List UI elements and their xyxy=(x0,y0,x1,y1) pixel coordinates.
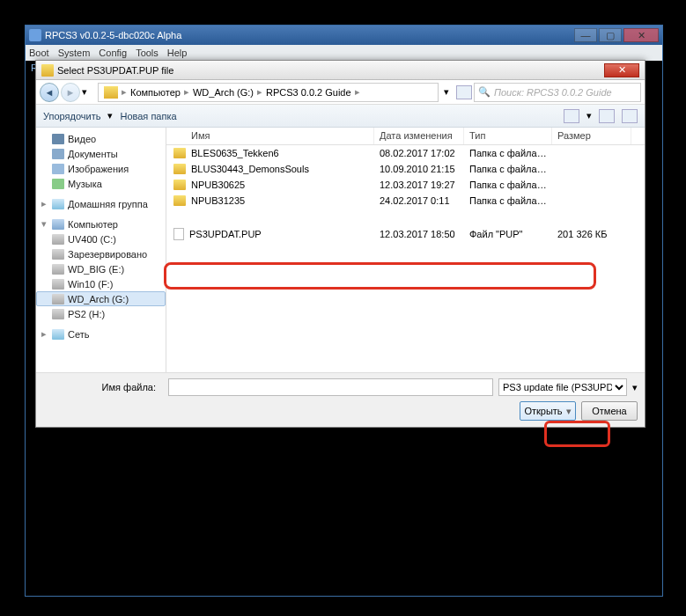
tree-item-drive[interactable]: Win10 (F:) xyxy=(36,276,166,291)
menu-tools[interactable]: Tools xyxy=(136,48,159,58)
help-button[interactable] xyxy=(622,109,638,123)
tree-item-computer[interactable]: ▾Компьютер xyxy=(36,216,166,231)
folder-icon xyxy=(173,195,186,206)
chevron-right-icon[interactable]: ▸ xyxy=(355,86,360,98)
menu-boot[interactable]: Boot xyxy=(29,48,49,58)
column-date[interactable]: Дата изменения xyxy=(374,128,464,144)
chevron-right-icon[interactable]: ▸ xyxy=(41,328,48,340)
tree-label: Видео xyxy=(68,134,96,144)
open-label: Открыть xyxy=(524,406,562,416)
tree-label: Зарезервировано xyxy=(68,249,147,260)
nav-history-dropdown[interactable]: ▾ xyxy=(82,86,92,98)
tree-item-documents[interactable]: Документы xyxy=(36,146,166,161)
file-type: Файл "PUP" xyxy=(464,229,552,239)
file-type: Папка с файлами xyxy=(464,195,552,206)
search-placeholder: Поиск: RPCS3 0.0.2 Guide xyxy=(494,87,612,98)
tree-item-drive-selected[interactable]: WD_Arch (G:) xyxy=(36,291,166,306)
breadcrumb-segment[interactable]: WD_Arch (G:) xyxy=(189,87,257,98)
menu-system[interactable]: System xyxy=(58,48,91,58)
chevron-down-icon[interactable]: ▾ xyxy=(586,110,592,121)
file-open-dialog: Select PS3UPDAT.PUP file ✕ ◄ ► ▾ ▸ Компь… xyxy=(35,60,645,428)
close-button[interactable]: ✕ xyxy=(623,28,659,42)
folder-icon xyxy=(104,86,118,99)
computer-icon xyxy=(52,219,64,230)
nav-forward-button[interactable]: ► xyxy=(61,83,80,102)
file-row[interactable]: BLES0635_Tekken608.02.2017 17:02Папка с … xyxy=(166,145,645,161)
chevron-down-icon[interactable]: ▾ xyxy=(632,382,638,393)
column-size[interactable]: Размер xyxy=(552,128,631,144)
search-icon: 🔍 xyxy=(478,86,491,98)
file-row[interactable]: PS3UPDAT.PUP12.03.2017 18:50Файл "PUP"20… xyxy=(166,226,645,242)
nav-back-button[interactable]: ◄ xyxy=(40,83,59,102)
file-row[interactable]: NPUB3062512.03.2017 19:27Папка с файлами xyxy=(166,177,645,193)
chevron-down-icon[interactable]: ▾ xyxy=(566,406,572,417)
maximize-button[interactable]: ▢ xyxy=(599,28,622,42)
tree-item-drive[interactable]: UV400 (C:) xyxy=(36,231,166,246)
file-date: 12.03.2017 19:27 xyxy=(374,180,464,190)
new-folder-button[interactable]: Новая папка xyxy=(120,111,176,121)
cancel-button[interactable]: Отмена xyxy=(581,401,638,421)
organize-menu[interactable]: Упорядочить xyxy=(43,111,100,121)
app-icon xyxy=(29,29,41,41)
file-list-header[interactable]: Имя Дата изменения Тип Размер xyxy=(166,128,645,145)
nav-tree[interactable]: Видео Документы Изображения Музыка ▸Дома… xyxy=(36,128,166,372)
nav-row: ◄ ► ▾ ▸ Компьютер ▸ WD_Arch (G:) ▸ RPCS3… xyxy=(36,80,645,105)
column-name[interactable]: Имя xyxy=(166,128,374,144)
dialog-content: Видео Документы Изображения Музыка ▸Дома… xyxy=(36,128,645,372)
tree-item-videos[interactable]: Видео xyxy=(36,131,166,146)
chevron-down-icon[interactable]: ▾ xyxy=(41,218,48,230)
toolbar: Упорядочить ▾ Новая папка ▾ xyxy=(36,105,645,128)
tree-item-drive[interactable]: Зарезервировано xyxy=(36,246,166,261)
tree-item-images[interactable]: Изображения xyxy=(36,161,166,176)
menu-config[interactable]: Config xyxy=(99,48,127,58)
tree-label: WD_Arch (G:) xyxy=(68,294,129,304)
network-icon xyxy=(52,329,64,340)
file-name: NPUB30625 xyxy=(191,180,245,190)
chevron-right-icon[interactable]: ▸ xyxy=(41,198,48,209)
file-date: 24.02.2017 0:11 xyxy=(374,195,464,206)
dialog-titlebar[interactable]: Select PS3UPDAT.PUP file ✕ xyxy=(36,61,645,80)
app-title: RPCS3 v0.0.2-5-dbc020c Alpha xyxy=(45,30,181,40)
breadcrumb-dropdown[interactable]: ▾ xyxy=(444,86,454,98)
minimize-button[interactable]: — xyxy=(574,28,597,42)
tree-label: Изображения xyxy=(68,164,129,174)
chevron-down-icon[interactable]: ▾ xyxy=(107,110,113,121)
tree-label: PS2 (H:) xyxy=(68,309,105,319)
file-name: BLUS30443_DemonsSouls xyxy=(191,164,309,174)
search-input[interactable]: 🔍 Поиск: RPCS3 0.0.2 Guide xyxy=(474,83,641,102)
file-icon xyxy=(173,228,184,240)
file-date: 12.03.2017 18:50 xyxy=(374,229,464,239)
open-button[interactable]: Открыть ▾ xyxy=(520,401,576,421)
file-list-body[interactable]: BLES0635_Tekken608.02.2017 17:02Папка с … xyxy=(166,145,645,372)
tree-label: Компьютер xyxy=(68,219,118,230)
tree-item-drive[interactable]: WD_BIG (E:) xyxy=(36,261,166,276)
preview-pane-button[interactable] xyxy=(599,109,615,123)
file-name: BLES0635_Tekken6 xyxy=(191,148,279,158)
view-options-button[interactable] xyxy=(564,109,579,123)
file-type: Папка с файлами xyxy=(464,148,552,158)
refresh-button[interactable] xyxy=(456,85,472,99)
drive-icon xyxy=(52,264,64,275)
file-size: 201 326 КБ xyxy=(552,229,631,239)
menu-help[interactable]: Help xyxy=(167,48,188,58)
breadcrumb-segment[interactable]: RPCS3 0.0.2 Guide xyxy=(262,87,355,98)
filename-input[interactable] xyxy=(168,378,493,396)
tree-item-music[interactable]: Музыка xyxy=(36,176,166,191)
dialog-close-button[interactable]: ✕ xyxy=(604,63,639,77)
filetype-select[interactable]: PS3 update file (PS3UPDAT.PUP xyxy=(498,378,627,396)
column-type[interactable]: Тип xyxy=(464,128,552,144)
file-type: Папка с файлами xyxy=(464,180,552,190)
breadcrumb[interactable]: ▸ Компьютер ▸ WD_Arch (G:) ▸ RPCS3 0.0.2… xyxy=(98,83,439,102)
tree-item-drive[interactable]: PS2 (H:) xyxy=(36,306,166,321)
folder-icon xyxy=(173,164,186,174)
file-row[interactable]: NPUB3123524.02.2017 0:11Папка с файлами xyxy=(166,193,645,209)
file-row[interactable]: BLUS30443_DemonsSouls10.09.2010 21:15Пап… xyxy=(166,161,645,177)
tree-item-homegroup[interactable]: ▸Домашняя группа xyxy=(36,196,166,211)
tree-item-network[interactable]: ▸Сеть xyxy=(36,326,166,341)
app-titlebar[interactable]: RPCS3 v0.0.2-5-dbc020c Alpha — ▢ ✕ xyxy=(26,26,662,45)
drive-icon xyxy=(52,279,64,290)
breadcrumb-segment[interactable]: Компьютер xyxy=(127,87,184,98)
dialog-title: Select PS3UPDAT.PUP file xyxy=(57,65,173,76)
file-date: 08.02.2017 17:02 xyxy=(374,148,464,158)
image-icon xyxy=(52,164,64,174)
